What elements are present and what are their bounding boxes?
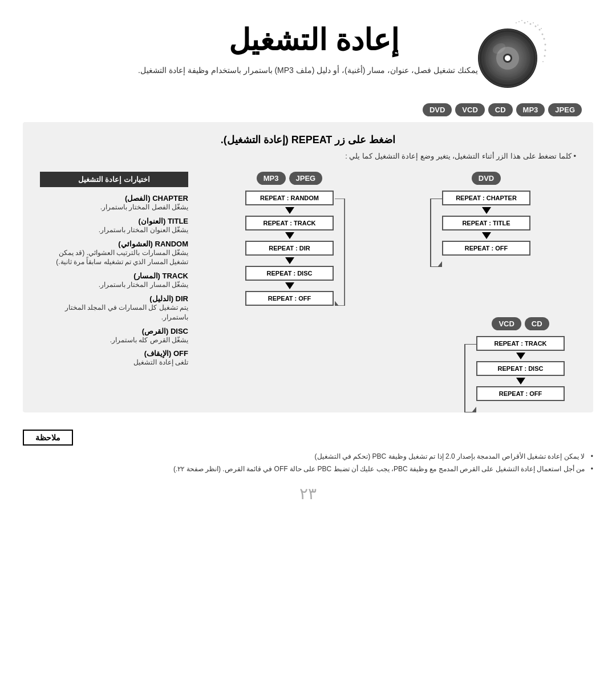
note-1: لا يمكن إعادة تشغيل الأقراص المدمجة بإصد… [23,452,593,460]
svg-point-0 [524,22,526,24]
dvd-flow: DVD REPEAT : CHAPTER REPEAT : TITLE REPE… [442,172,530,256]
svg-marker-26 [335,301,339,306]
option-disc-desc: يشغّل القرص كله باستمرار. [40,335,188,345]
svg-marker-27 [437,261,442,267]
vcd-cd-area: VCD CD REPEAT : TRACK REPEAT : DISC REPE… [200,317,576,401]
option-off: OFF (الإيقاف) تلغى إعادة التشغيل [40,349,188,367]
svg-point-11 [521,20,522,21]
vcd-repeat-track: REPEAT : TRACK [476,336,565,351]
mp3-repeat-random: REPEAT : RANDOM [245,191,334,205]
dvd-arrow-1 [482,207,491,214]
section-title: اضغط على زر REPEAT (إعادة التشغيل). [40,133,576,146]
note-2: من أجل استعمال إعادة التشغيل على القرص ا… [23,465,593,473]
format-badges: DVD VCD CD MP3 JPEG [0,103,616,116]
svg-point-10 [518,21,520,22]
svg-point-4 [542,34,544,35]
svg-marker-28 [472,407,476,412]
badge-dvd: DVD [423,103,452,116]
option-random-desc: يشغّل المسارات بالترتيب العشوائي. (قد يم… [40,248,188,268]
vcd-arrow-1 [516,353,525,359]
page-number: ٢٣ [0,484,616,503]
badge-jpeg: JPEG [548,103,582,116]
dvd-arrow-2 [482,232,491,239]
svg-point-9 [541,28,542,29]
svg-point-24 [505,55,510,61]
badge-dvd-flow: DVD [472,172,501,185]
badge-cd-flow: CD [525,317,549,330]
option-chapter-desc: يشغّل الفصل المختار باستمرار. [40,203,188,212]
option-track-title: TRACK (المسار) [40,272,188,280]
vcd-arrow-2 [516,378,525,385]
mp3-repeat-disc: REPEAT : DISC [245,266,334,281]
mp3-repeat-dir: REPEAT : DIR [245,241,334,256]
vcd-repeat-off: REPEAT : OFF [476,386,565,401]
svg-point-1 [530,23,532,25]
dvd-repeat-title: REPEAT : TITLE [442,216,530,230]
badge-mp3-flow: MP3 [257,172,286,185]
badge-vcd: VCD [455,103,484,116]
badge-cd: CD [488,103,513,116]
mp3-flow-bracket-group: REPEAT : RANDOM REPEAT : TRACK REPEAT : … [245,191,334,306]
page-header: إعادة التشغيل يمكنك تشغيل فصل، عنوان، مس… [0,0,616,86]
dvd-repeat-chapter: REPEAT : CHAPTER [442,191,530,205]
option-chapter: CHAPTER (الفصل) يشغّل الفصل المختار باست… [40,194,188,212]
flow-diagrams: MP3 JPEG REPEAT : RANDOM REPEAT : TRACK … [200,172,576,401]
dvd-repeat-off: REPEAT : OFF [442,241,530,256]
arrow-4 [285,282,294,289]
option-title: TITLE (العنوان) يشغّل العنوان المختار با… [40,217,188,235]
main-title: إعادة التشغيل [229,23,398,57]
svg-point-8 [537,25,538,26]
option-random-title: RANDOM (العشوائي) [40,240,188,248]
mp3-bracket-svg [334,199,350,306]
badge-mp3: MP3 [516,103,545,116]
option-dir-desc: يتم تشغيل كل المسارات في المجلد المختار … [40,303,188,322]
option-off-desc: تلغى إعادة التشغيل [40,358,188,367]
vcd-repeat-disc: REPEAT : DISC [476,361,565,376]
option-title-title: TITLE (العنوان) [40,217,188,225]
option-chapter-title: CHAPTER (الفصل) [40,194,188,203]
svg-point-12 [516,22,517,23]
svg-point-3 [539,29,541,31]
arrow-2 [285,232,294,239]
arrow-3 [285,257,294,264]
dvd-bracket-svg [426,199,442,267]
arrow-1 [285,207,294,214]
option-off-title: OFF (الإيقاف) [40,349,188,358]
svg-point-2 [535,26,537,27]
title-area: إعادة التشغيل [34,23,582,57]
notes-section: ملاحظة لا يمكن إعادة تشغيل الأقراص المدم… [23,430,593,473]
dvd-flow-bracket-group: REPEAT : CHAPTER REPEAT : TITLE REPEAT :… [442,191,530,256]
vcd-bracket-svg [460,344,476,412]
disc-graphic [473,17,548,91]
option-track: TRACK (المسار) يشغّل المسار المختار باست… [40,272,188,290]
mp3-repeat-off: REPEAT : OFF [245,291,334,306]
svg-point-13 [545,44,546,46]
options-panel: اختيارات إعادة التشغيل CHAPTER (الفصل) ي… [40,172,188,372]
main-content: اضغط على زر REPEAT (إعادة التشغيل). • كل… [23,122,593,412]
top-flows: MP3 JPEG REPEAT : RANDOM REPEAT : TRACK … [200,172,576,306]
option-disc: DISC (القرص) يشغّل القرص كله باستمرار. [40,327,188,345]
notes-header: ملاحظة [23,430,73,446]
svg-point-5 [544,38,545,40]
svg-point-15 [544,55,546,57]
badge-jpeg-flow: JPEG [289,172,323,185]
mp3-repeat-track: REPEAT : TRACK [245,216,334,230]
options-header: اختيارات إعادة التشغيل [40,172,188,187]
section-note: • كلما تضغط على هذا الزر أثناء التشغيل، … [40,152,576,160]
option-dir-title: DIR (الدليل) [40,294,188,303]
option-dir: DIR (الدليل) يتم تشغيل كل المسارات في ال… [40,294,188,322]
option-title-desc: يشغّل العنوان المختار باستمرار. [40,225,188,235]
svg-point-14 [545,50,546,51]
mp3-jpeg-flow: MP3 JPEG REPEAT : RANDOM REPEAT : TRACK … [245,172,334,306]
badge-vcd-flow: VCD [492,317,521,330]
option-disc-title: DISC (القرص) [40,327,188,335]
vcd-cd-flow: VCD CD REPEAT : TRACK REPEAT : DISC REPE… [476,317,565,401]
svg-point-16 [542,61,544,62]
option-random: RANDOM (العشوائي) يشغّل المسارات بالترتي… [40,240,188,268]
vcd-flow-bracket-group: REPEAT : TRACK REPEAT : DISC REPEAT : OF… [476,336,565,401]
diagrams-row: اختيارات إعادة التشغيل CHAPTER (الفصل) ي… [40,172,576,401]
option-track-desc: يشغّل المسار المختار باستمرار. [40,280,188,290]
svg-point-7 [533,22,534,23]
svg-point-6 [527,21,528,22]
